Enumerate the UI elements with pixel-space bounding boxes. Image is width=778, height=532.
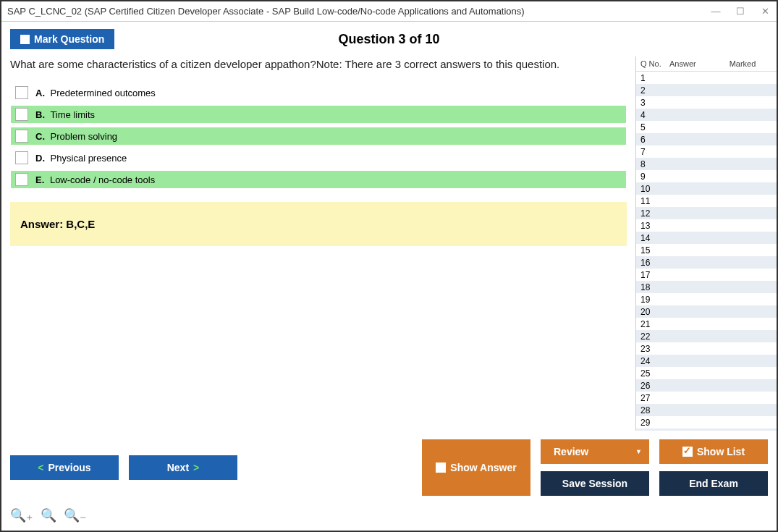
sidebar-row[interactable]: 14 (636, 232, 777, 244)
sidebar-row[interactable]: 7 (636, 145, 777, 158)
option-checkbox[interactable] (15, 86, 28, 99)
answer-box: Answer: B,C,E (10, 202, 627, 246)
sidebar-row[interactable]: 4 (636, 109, 777, 121)
col-answer: Answer (669, 59, 713, 68)
zoom-out-icon[interactable]: 🔍₋ (64, 507, 87, 523)
end-exam-label: End Exam (689, 478, 738, 489)
sidebar-qno: 6 (640, 135, 669, 145)
window-title: SAP C_LCNC_02 (SAP Certified Citizen Dev… (7, 6, 710, 17)
sidebar-row[interactable]: 6 (636, 133, 777, 145)
sidebar-qno: 9 (640, 172, 669, 182)
button-bar: < Previous Next > Show Answer Review ▼ (1, 431, 777, 504)
sidebar-qno: 27 (640, 393, 669, 403)
check-icon (682, 447, 693, 457)
sidebar-qno: 1 (640, 73, 669, 83)
sidebar-qno: 26 (640, 381, 669, 391)
sidebar-row[interactable]: 22 (636, 330, 777, 342)
show-answer-button[interactable]: Show Answer (422, 439, 530, 496)
titlebar: SAP C_LCNC_02 (SAP Certified Citizen Dev… (1, 1, 777, 22)
col-marked: Marked (713, 59, 772, 68)
sidebar-qno: 25 (640, 368, 669, 379)
option-text: Physical presence (48, 153, 127, 164)
option-row[interactable]: E. Low-code / no-code tools (10, 170, 627, 189)
option-row[interactable]: D. Physical presence (10, 148, 627, 167)
sidebar-row[interactable]: 29 (636, 416, 777, 428)
option-row[interactable]: C. Problem solving (10, 127, 627, 145)
sidebar-row[interactable]: 16 (636, 256, 777, 269)
chevron-right-icon: > (193, 462, 199, 473)
previous-button[interactable]: < Previous (10, 455, 119, 480)
review-button[interactable]: Review ▼ (541, 439, 649, 464)
option-letter: B. (35, 109, 45, 120)
sidebar-row[interactable]: 19 (636, 293, 777, 305)
sidebar-qno: 16 (640, 258, 669, 268)
sidebar-row[interactable]: 28 (636, 404, 777, 416)
zoom-controls: 🔍₊ 🔍 🔍₋ (1, 504, 777, 531)
sidebar-row[interactable]: 2 (636, 84, 777, 96)
option-checkbox[interactable] (15, 108, 28, 121)
close-icon[interactable]: ✕ (759, 6, 771, 17)
sidebar-row[interactable]: 18 (636, 281, 777, 293)
zoom-in-icon[interactable]: 🔍₊ (10, 507, 33, 523)
option-checkbox[interactable] (15, 130, 28, 143)
sidebar-row[interactable]: 21 (636, 318, 777, 330)
maximize-icon[interactable]: ☐ (735, 6, 746, 17)
save-session-button[interactable]: Save Session (541, 471, 649, 496)
sidebar-qno: 15 (640, 245, 669, 256)
option-text: Low-code / no-code tools (47, 174, 155, 185)
sidebar-row[interactable]: 3 (636, 96, 777, 109)
option-letter: D. (35, 153, 45, 164)
chevron-left-icon: < (38, 462, 43, 473)
sidebar-row[interactable]: 8 (636, 158, 777, 170)
sidebar-row[interactable]: 26 (636, 379, 777, 392)
question-header: Question 3 of 10 (338, 32, 439, 47)
sidebar-qno: 10 (640, 184, 669, 194)
sidebar-row[interactable]: 12 (636, 207, 777, 219)
header-row: Mark Question Question 3 of 10 (1, 22, 777, 56)
save-session-label: Save Session (562, 478, 627, 489)
sidebar-qno: 20 (640, 307, 669, 317)
sidebar-qno: 13 (640, 221, 669, 231)
app-window: SAP C_LCNC_02 (SAP Certified Citizen Dev… (0, 0, 778, 532)
show-list-button[interactable]: Show List (659, 439, 768, 464)
sidebar-header: Q No. Answer Marked (636, 56, 777, 72)
sidebar-row[interactable]: 13 (636, 219, 777, 232)
option-checkbox[interactable] (15, 173, 28, 186)
sidebar-row[interactable]: 23 (636, 342, 777, 355)
option-text: Problem solving (48, 131, 117, 142)
list-end-col: Show List End Exam (659, 439, 768, 496)
sidebar-row[interactable]: 20 (636, 305, 777, 318)
sidebar-row[interactable]: 9 (636, 170, 777, 182)
option-row[interactable]: B. Time limits (10, 105, 627, 124)
sidebar-qno: 2 (640, 85, 669, 96)
question-text: What are some characteristics of a citiz… (10, 56, 627, 72)
sidebar-row[interactable]: 17 (636, 269, 777, 281)
sidebar-row[interactable]: 1 (636, 72, 777, 84)
col-qno: Q No. (640, 59, 669, 68)
sidebar-row[interactable]: 15 (636, 244, 777, 256)
sidebar-qno: 24 (640, 356, 669, 366)
previous-label: Previous (48, 462, 91, 473)
next-button[interactable]: Next > (129, 455, 237, 480)
main-area: What are some characteristics of a citiz… (1, 56, 777, 431)
options-list: A. Predetermined outcomesB. Time limitsC… (10, 83, 627, 189)
sidebar-row[interactable]: 25 (636, 367, 777, 379)
sidebar-row[interactable]: 5 (636, 121, 777, 133)
option-row[interactable]: A. Predetermined outcomes (10, 83, 627, 102)
sidebar-row[interactable]: 27 (636, 392, 777, 404)
sidebar-qno: 12 (640, 208, 669, 219)
sidebar-qno: 21 (640, 319, 669, 329)
sidebar-row[interactable]: 11 (636, 195, 777, 207)
question-area: What are some characteristics of a citiz… (1, 56, 635, 431)
sidebar-qno: 4 (640, 110, 669, 120)
sidebar-row[interactable]: 24 (636, 355, 777, 367)
option-checkbox[interactable] (15, 151, 28, 164)
zoom-reset-icon[interactable]: 🔍 (41, 507, 56, 523)
end-exam-button[interactable]: End Exam (659, 471, 768, 496)
sidebar-qno: 28 (640, 405, 669, 415)
sidebar-list[interactable]: 1234567891011121314151617181920212223242… (636, 72, 777, 431)
minimize-icon[interactable]: — (710, 6, 722, 17)
option-letter: A. (35, 88, 45, 98)
sidebar-row[interactable]: 10 (636, 182, 777, 195)
mark-question-button[interactable]: Mark Question (10, 29, 114, 49)
